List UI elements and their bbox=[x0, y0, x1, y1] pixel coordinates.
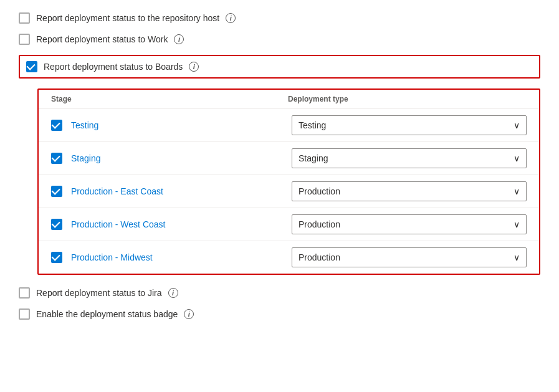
checkbox-work[interactable] bbox=[19, 34, 30, 45]
chevron-down-icon: ∨ bbox=[514, 219, 520, 229]
info-icon-boards[interactable]: i bbox=[189, 62, 199, 72]
checkbox-stage-1[interactable] bbox=[51, 153, 62, 164]
stage-name-0: Testing bbox=[71, 120, 283, 130]
label-repo-host: Report deployment status to the reposito… bbox=[36, 13, 219, 23]
stages-container: Stage Deployment type TestingTesting∨Sta… bbox=[37, 88, 540, 275]
checkbox-stage-2[interactable] bbox=[51, 186, 62, 197]
checkbox-boards[interactable] bbox=[26, 61, 37, 72]
checkbox-stage-4[interactable] bbox=[51, 252, 62, 263]
option-repo-host: Report deployment status to the reposito… bbox=[19, 12, 540, 24]
header-stage: Stage bbox=[51, 95, 288, 103]
label-work: Report deployment status to Work bbox=[36, 34, 168, 44]
info-icon-work[interactable]: i bbox=[174, 34, 184, 44]
deployment-value-2: Production bbox=[299, 186, 340, 196]
label-jira: Report deployment status to Jira bbox=[36, 288, 162, 298]
deployment-select-2[interactable]: Production∨ bbox=[292, 181, 527, 201]
option-jira: Report deployment status to Jira i bbox=[19, 287, 540, 299]
stage-name-1: Staging bbox=[71, 153, 283, 163]
deployment-value-0: Testing bbox=[299, 120, 326, 130]
stage-row: StagingStaging∨ bbox=[39, 141, 539, 174]
chevron-down-icon: ∨ bbox=[514, 186, 520, 196]
checkbox-jira[interactable] bbox=[19, 287, 30, 299]
deployment-value-1: Staging bbox=[299, 153, 328, 163]
checkbox-repo-host[interactable] bbox=[19, 12, 30, 24]
deployment-value-4: Production bbox=[299, 252, 340, 262]
stage-row: Production - MidwestProduction∨ bbox=[39, 241, 539, 274]
deployment-select-4[interactable]: Production∨ bbox=[292, 247, 527, 267]
option-boards: Report deployment status to Boards i bbox=[19, 55, 540, 79]
checkbox-badge[interactable] bbox=[19, 308, 30, 320]
info-icon-badge[interactable]: i bbox=[184, 309, 194, 319]
deployment-select-0[interactable]: Testing∨ bbox=[292, 115, 527, 135]
option-badge: Enable the deployment status badge i bbox=[19, 308, 540, 320]
checkbox-stage-0[interactable] bbox=[51, 120, 62, 131]
stage-name-3: Production - West Coast bbox=[71, 219, 283, 229]
checkbox-stage-3[interactable] bbox=[51, 219, 62, 230]
deployment-select-3[interactable]: Production∨ bbox=[292, 214, 527, 234]
chevron-down-icon: ∨ bbox=[514, 120, 520, 130]
header-deployment-type: Deployment type bbox=[288, 95, 527, 103]
chevron-down-icon: ∨ bbox=[514, 153, 520, 163]
stage-row: Production - West CoastProduction∨ bbox=[39, 208, 539, 241]
option-work: Report deployment status to Work i bbox=[19, 34, 540, 45]
label-badge: Enable the deployment status badge bbox=[36, 309, 178, 319]
stage-name-4: Production - Midwest bbox=[71, 252, 283, 262]
stage-row: Production - East CoastProduction∨ bbox=[39, 174, 539, 208]
label-boards: Report deployment status to Boards bbox=[44, 62, 183, 72]
deployment-value-3: Production bbox=[299, 219, 340, 229]
deployment-select-1[interactable]: Staging∨ bbox=[292, 148, 527, 168]
stages-header: Stage Deployment type bbox=[39, 90, 539, 108]
info-icon-jira[interactable]: i bbox=[168, 288, 178, 298]
info-icon-repo-host[interactable]: i bbox=[226, 13, 236, 23]
stage-name-2: Production - East Coast bbox=[71, 186, 283, 196]
stage-row: TestingTesting∨ bbox=[39, 108, 539, 141]
chevron-down-icon: ∨ bbox=[514, 252, 520, 262]
